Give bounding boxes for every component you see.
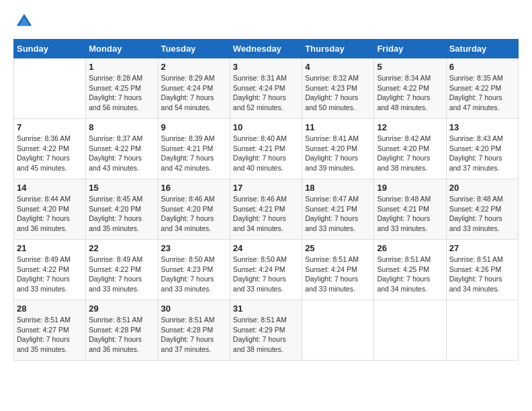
day-cell: 24 Sunrise: 8:50 AM Sunset: 4:24 PM Dayl…: [230, 240, 302, 300]
day-number: 15: [89, 183, 154, 193]
sunrise: Sunrise: 8:49 AM: [17, 255, 71, 263]
day-cell: 26 Sunrise: 8:51 AM Sunset: 4:25 PM Dayl…: [374, 240, 446, 300]
daylight: Daylight: 7 hours and 47 minutes.: [449, 93, 502, 111]
day-number: 5: [377, 62, 443, 72]
sunrise: Sunrise: 8:40 AM: [233, 134, 287, 142]
sunrise: Sunrise: 8:51 AM: [449, 255, 503, 263]
day-cell: 12 Sunrise: 8:42 AM Sunset: 4:20 PM Dayl…: [374, 119, 446, 179]
day-number: 4: [305, 62, 371, 72]
sunset: Sunset: 4:24 PM: [233, 84, 285, 92]
sunset: Sunset: 4:22 PM: [449, 205, 502, 213]
cell-content: Sunrise: 8:39 AM Sunset: 4:21 PM Dayligh…: [161, 134, 227, 173]
header-day-sunday: Sunday: [14, 40, 86, 58]
sunset: Sunset: 4:22 PM: [17, 265, 69, 273]
sunrise: Sunrise: 8:51 AM: [17, 316, 71, 324]
cell-content: Sunrise: 8:51 AM Sunset: 4:24 PM Dayligh…: [305, 255, 371, 294]
sunrise: Sunrise: 8:29 AM: [161, 74, 215, 82]
cell-content: Sunrise: 8:36 AM Sunset: 4:22 PM Dayligh…: [17, 134, 83, 173]
header-row: SundayMondayTuesdayWednesdayThursdayFrid…: [14, 40, 519, 58]
week-row-5: 28 Sunrise: 8:51 AM Sunset: 4:27 PM Dayl…: [14, 300, 519, 361]
day-number: 31: [233, 304, 299, 314]
cell-content: Sunrise: 8:51 AM Sunset: 4:28 PM Dayligh…: [89, 315, 154, 355]
day-number: 6: [449, 62, 515, 72]
day-number: 9: [161, 122, 227, 132]
cell-content: Sunrise: 8:49 AM Sunset: 4:22 PM Dayligh…: [17, 255, 83, 294]
logo: [13, 11, 38, 32]
day-cell: 13 Sunrise: 8:43 AM Sunset: 4:20 PM Dayl…: [446, 119, 518, 179]
day-number: 8: [89, 122, 154, 132]
daylight: Daylight: 7 hours and 38 minutes.: [233, 335, 286, 353]
day-number: 21: [17, 243, 83, 253]
cell-content: Sunrise: 8:35 AM Sunset: 4:22 PM Dayligh…: [449, 73, 515, 113]
header-day-saturday: Saturday: [446, 40, 518, 58]
day-cell: [446, 300, 518, 361]
sunset: Sunset: 4:21 PM: [233, 144, 285, 152]
day-cell: 15 Sunrise: 8:45 AM Sunset: 4:20 PM Dayl…: [86, 179, 158, 240]
day-number: 11: [305, 122, 371, 132]
day-number: 19: [377, 183, 443, 193]
sunset: Sunset: 4:24 PM: [305, 265, 357, 273]
sunset: Sunset: 4:20 PM: [449, 144, 502, 152]
day-cell: 1 Sunrise: 8:28 AM Sunset: 4:25 PM Dayli…: [86, 58, 158, 119]
day-number: 29: [89, 304, 154, 314]
day-cell: [374, 300, 446, 361]
sunrise: Sunrise: 8:50 AM: [161, 255, 215, 263]
cell-content: Sunrise: 8:29 AM Sunset: 4:24 PM Dayligh…: [161, 73, 227, 113]
day-cell: 8 Sunrise: 8:37 AM Sunset: 4:22 PM Dayli…: [86, 119, 158, 179]
sunrise: Sunrise: 8:51 AM: [233, 316, 287, 324]
sunset: Sunset: 4:21 PM: [161, 144, 214, 152]
day-cell: 25 Sunrise: 8:51 AM Sunset: 4:24 PM Dayl…: [302, 240, 374, 300]
sunset: Sunset: 4:21 PM: [305, 205, 357, 213]
sunrise: Sunrise: 8:51 AM: [305, 255, 359, 263]
page-container: SundayMondayTuesdayWednesdayThursdayFrid…: [0, 0, 532, 371]
sunset: Sunset: 4:23 PM: [305, 84, 357, 92]
sunset: Sunset: 4:25 PM: [377, 265, 429, 273]
day-number: 30: [161, 304, 227, 314]
sunrise: Sunrise: 8:43 AM: [449, 134, 503, 142]
sunset: Sunset: 4:22 PM: [89, 265, 141, 273]
sunrise: Sunrise: 8:34 AM: [377, 74, 431, 82]
cell-content: Sunrise: 8:47 AM Sunset: 4:21 PM Dayligh…: [305, 194, 371, 234]
day-cell: 14 Sunrise: 8:44 AM Sunset: 4:20 PM Dayl…: [14, 179, 86, 240]
sunset: Sunset: 4:28 PM: [161, 326, 214, 334]
sunrise: Sunrise: 8:32 AM: [305, 74, 359, 82]
cell-content: Sunrise: 8:46 AM Sunset: 4:20 PM Dayligh…: [161, 194, 227, 234]
daylight: Daylight: 7 hours and 52 minutes.: [233, 93, 286, 111]
day-cell: 22 Sunrise: 8:49 AM Sunset: 4:22 PM Dayl…: [86, 240, 158, 300]
daylight: Daylight: 7 hours and 33 minutes.: [17, 275, 70, 293]
sunrise: Sunrise: 8:48 AM: [377, 195, 431, 203]
day-number: 24: [233, 243, 299, 253]
day-number: 23: [161, 243, 227, 253]
daylight: Daylight: 7 hours and 33 minutes.: [161, 275, 214, 293]
cell-content: Sunrise: 8:42 AM Sunset: 4:20 PM Dayligh…: [377, 134, 443, 173]
day-cell: 6 Sunrise: 8:35 AM Sunset: 4:22 PM Dayli…: [446, 58, 518, 119]
daylight: Daylight: 7 hours and 39 minutes.: [305, 154, 358, 172]
sunrise: Sunrise: 8:51 AM: [161, 316, 215, 324]
day-cell: 27 Sunrise: 8:51 AM Sunset: 4:26 PM Dayl…: [446, 240, 518, 300]
cell-content: Sunrise: 8:40 AM Sunset: 4:21 PM Dayligh…: [233, 134, 299, 173]
day-cell: 16 Sunrise: 8:46 AM Sunset: 4:20 PM Dayl…: [158, 179, 230, 240]
week-row-2: 7 Sunrise: 8:36 AM Sunset: 4:22 PM Dayli…: [14, 119, 519, 179]
day-number: 25: [305, 243, 371, 253]
sunrise: Sunrise: 8:36 AM: [17, 134, 71, 142]
daylight: Daylight: 7 hours and 40 minutes.: [233, 154, 286, 172]
daylight: Daylight: 7 hours and 35 minutes.: [89, 214, 142, 232]
day-cell: 30 Sunrise: 8:51 AM Sunset: 4:28 PM Dayl…: [158, 300, 230, 361]
daylight: Daylight: 7 hours and 33 minutes.: [89, 275, 142, 293]
daylight: Daylight: 7 hours and 54 minutes.: [161, 93, 214, 111]
cell-content: Sunrise: 8:50 AM Sunset: 4:24 PM Dayligh…: [233, 255, 299, 294]
day-cell: [302, 300, 374, 361]
sunrise: Sunrise: 8:45 AM: [89, 195, 142, 203]
cell-content: Sunrise: 8:43 AM Sunset: 4:20 PM Dayligh…: [449, 134, 515, 173]
cell-content: Sunrise: 8:51 AM Sunset: 4:28 PM Dayligh…: [161, 315, 227, 355]
cell-content: Sunrise: 8:28 AM Sunset: 4:25 PM Dayligh…: [89, 73, 154, 113]
cell-content: Sunrise: 8:41 AM Sunset: 4:20 PM Dayligh…: [305, 134, 371, 173]
cell-content: Sunrise: 8:48 AM Sunset: 4:21 PM Dayligh…: [377, 194, 443, 234]
sunset: Sunset: 4:21 PM: [233, 205, 285, 213]
day-number: 1: [89, 62, 154, 72]
day-cell: 28 Sunrise: 8:51 AM Sunset: 4:27 PM Dayl…: [14, 300, 86, 361]
header-day-thursday: Thursday: [302, 40, 374, 58]
sunset: Sunset: 4:20 PM: [377, 144, 429, 152]
cell-content: Sunrise: 8:51 AM Sunset: 4:29 PM Dayligh…: [233, 315, 299, 355]
cell-content: Sunrise: 8:51 AM Sunset: 4:26 PM Dayligh…: [449, 255, 515, 294]
